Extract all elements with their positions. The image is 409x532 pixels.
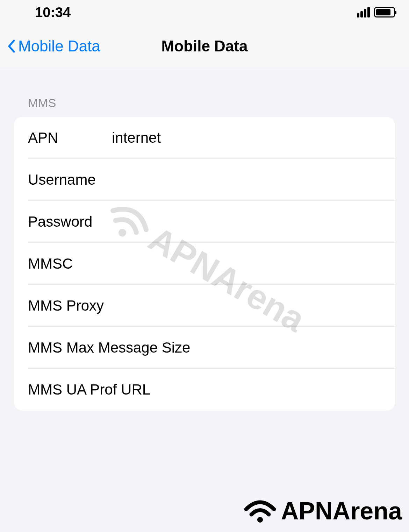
- mms-proxy-input[interactable]: [112, 297, 381, 314]
- mms-ua-prof-input[interactable]: [150, 381, 381, 398]
- wifi-icon: [243, 497, 278, 525]
- battery-icon: [374, 7, 395, 17]
- page-title: Mobile Data: [162, 37, 248, 55]
- back-button[interactable]: Mobile Data: [7, 37, 100, 55]
- mmsc-label: MMSC: [28, 255, 112, 272]
- mms-proxy-label: MMS Proxy: [28, 297, 112, 314]
- chevron-left-icon: [7, 39, 15, 53]
- clock-time: 10:34: [35, 5, 71, 20]
- status-bar: 10:34: [0, 0, 409, 24]
- mms-max-size-input[interactable]: [190, 339, 381, 356]
- section-header-mms: MMS: [14, 68, 395, 117]
- back-button-label: Mobile Data: [18, 37, 100, 55]
- svg-point-1: [257, 517, 263, 523]
- watermark-bottom-text: APNArena: [281, 497, 402, 525]
- mms-settings-group: APN Username Password MMSC MMS Proxy MMS…: [14, 117, 395, 411]
- setting-row-username[interactable]: Username: [14, 159, 395, 201]
- mms-ua-prof-label: MMS UA Prof URL: [28, 381, 150, 398]
- setting-row-mmsc[interactable]: MMSC: [14, 243, 395, 285]
- setting-row-mms-proxy[interactable]: MMS Proxy: [14, 285, 395, 327]
- setting-row-password[interactable]: Password: [14, 201, 395, 243]
- apn-label: APN: [28, 129, 112, 146]
- setting-row-mms-max-size[interactable]: MMS Max Message Size: [14, 327, 395, 369]
- password-label: Password: [28, 213, 112, 230]
- watermark-bottom: APNArena: [243, 497, 402, 525]
- status-right-icons: [357, 7, 395, 17]
- setting-row-apn[interactable]: APN: [14, 117, 395, 159]
- settings-content: MMS APN Username Password MMSC MMS Proxy…: [0, 68, 409, 411]
- cellular-signal-icon: [357, 7, 370, 17]
- username-label: Username: [28, 171, 112, 188]
- apn-input[interactable]: [112, 129, 381, 146]
- mms-max-size-label: MMS Max Message Size: [28, 339, 190, 356]
- password-input[interactable]: [112, 213, 381, 230]
- mmsc-input[interactable]: [112, 255, 381, 272]
- setting-row-mms-ua-prof[interactable]: MMS UA Prof URL: [14, 369, 395, 411]
- username-input[interactable]: [112, 171, 381, 188]
- navigation-bar: Mobile Data Mobile Data: [0, 24, 409, 68]
